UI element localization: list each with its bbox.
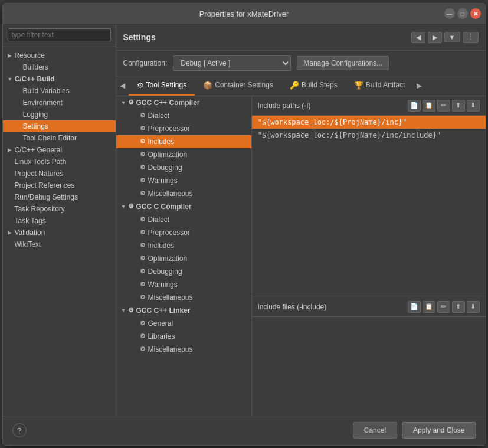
compiler-tree-item-preprocessor[interactable]: ⚙Preprocessor: [116, 122, 251, 135]
files-edit-button[interactable]: ✏: [437, 301, 450, 313]
titlebar: Properties for xMateDriver — □ ✕: [3, 4, 486, 25]
files-add-workspace-button[interactable]: 📋: [423, 301, 435, 313]
tab-next-button[interactable]: ▶: [413, 77, 425, 94]
tab-container-settings[interactable]: 📦 Container Settings: [195, 76, 281, 96]
build-artifact-icon: 🏆: [354, 81, 363, 90]
include-paths-actions: 📄 📋 ✏ ⬆ ⬇: [408, 100, 480, 112]
close-button[interactable]: ✕: [470, 8, 481, 19]
help-button[interactable]: ?: [12, 423, 27, 437]
sidebar-item-builders[interactable]: Builders: [3, 61, 116, 73]
compiler-tree-item-optimization-c[interactable]: ⚙Optimization: [116, 252, 251, 265]
include-add-workspace-button[interactable]: 📋: [423, 100, 435, 112]
ci-arrow-icon: ▼: [121, 308, 128, 313]
include-files-title: Include files (-include): [258, 303, 327, 311]
manage-configurations-button[interactable]: Manage Configurations...: [297, 56, 389, 70]
files-move-up-button[interactable]: ⬆: [452, 301, 465, 313]
sidebar-item-resource[interactable]: ▶Resource: [3, 50, 116, 61]
compiler-tree-panel: ▼⚙GCC C++ Compiler⚙Dialect⚙Preprocessor⚙…: [116, 96, 252, 416]
compiler-tree-item-preprocessor-c[interactable]: ⚙Preprocessor: [116, 226, 251, 239]
filter-input[interactable]: [8, 28, 111, 41]
cancel-button[interactable]: Cancel: [353, 422, 397, 439]
sidebar-item-logging[interactable]: Logging: [3, 109, 116, 120]
include-edit-button[interactable]: ✏: [437, 100, 450, 112]
sidebar-item-linux-tools-path[interactable]: Linux Tools Path: [3, 156, 116, 168]
sidebar-item-settings[interactable]: Settings: [3, 120, 116, 132]
sidebar-item-ccpp-build[interactable]: ▼C/C++ Build: [3, 73, 116, 85]
compiler-icon: ⚙: [140, 293, 146, 301]
tab-build-artifact-label: Build Artifact: [366, 81, 405, 89]
nav-back-button[interactable]: ◀: [411, 32, 425, 43]
nav-forward-button[interactable]: ▶: [428, 32, 442, 43]
compiler-icon: ⚙: [140, 215, 146, 223]
include-paths-header: Include paths (-I) 📄 📋 ✏ ⬆ ⬇: [252, 96, 486, 116]
compiler-tree-item-optimization-cpp[interactable]: ⚙Optimization: [116, 148, 251, 161]
compiler-tree-item-miscellaneous-linker[interactable]: ⚙Miscellaneous: [116, 343, 251, 356]
window-title: Properties for xMateDriver: [199, 9, 289, 18]
files-move-down-button[interactable]: ⬇: [467, 301, 480, 313]
right-panel: Settings ◀ ▶ ▼ ⋮ Configuration: Debug [ …: [116, 25, 486, 416]
compiler-tree-item-libraries-linker[interactable]: ⚙Libraries: [116, 330, 251, 343]
tab-build-steps[interactable]: 🔑 Build Steps: [281, 76, 346, 96]
include-files-header: Include files (-include) 📄 📋 ✏ ⬆ ⬇: [252, 297, 486, 317]
compiler-tree-item-debugging-c[interactable]: ⚙Debugging: [116, 265, 251, 278]
compiler-icon: ⚙: [140, 138, 146, 145]
compiler-icon: ⚙: [140, 267, 146, 275]
compiler-icon: ⚙: [140, 332, 146, 340]
nav-menu-button[interactable]: ⋮: [463, 32, 479, 43]
apply-close-button[interactable]: Apply and Close: [402, 422, 476, 439]
compiler-tree-item-debugging-cpp[interactable]: ⚙Debugging: [116, 161, 251, 174]
include-files-section: Include files (-include) 📄 📋 ✏ ⬆ ⬇: [252, 297, 486, 416]
sidebar-item-build-variables[interactable]: Build Variables: [3, 85, 116, 97]
include-files-actions: 📄 📋 ✏ ⬆ ⬇: [408, 301, 480, 313]
sidebar-item-toolchain-editor[interactable]: Tool Chain Editor: [3, 132, 116, 144]
compiler-tree-item-gcc-c-compiler[interactable]: ▼⚙GCC C Compiler: [116, 200, 251, 213]
include-path-item[interactable]: "${workspace_loc:/${ProjName}/inc}": [252, 116, 486, 129]
compiler-icon: ⚙: [140, 345, 146, 353]
sidebar-item-project-natures[interactable]: Project Natures: [3, 168, 116, 179]
tab-build-steps-label: Build Steps: [302, 81, 338, 89]
compiler-tree-item-dialect[interactable]: ⚙Dialect: [116, 109, 251, 122]
tab-bar: ◀ ⚙ Tool Settings 📦 Container Settings 🔑…: [116, 76, 486, 96]
compiler-tree-item-warnings-cpp[interactable]: ⚙Warnings: [116, 174, 251, 187]
settings-panel: Include paths (-I) 📄 📋 ✏ ⬆ ⬇ "${workspac…: [252, 96, 486, 416]
sidebar-item-wikitext[interactable]: WikiText: [3, 238, 116, 250]
compiler-icon: ⚙: [140, 176, 146, 184]
sidebar-item-task-repository[interactable]: Task Repository: [3, 203, 116, 215]
ci-arrow-icon: ▼: [121, 204, 128, 210]
bottom-bar: ? Cancel Apply and Close: [3, 416, 486, 445]
compiler-icon: ⚙: [128, 202, 134, 210]
compiler-tree-item-warnings-c[interactable]: ⚙Warnings: [116, 278, 251, 291]
sidebar-item-project-references[interactable]: Project References: [3, 179, 116, 191]
include-move-up-button[interactable]: ⬆: [452, 100, 465, 112]
maximize-button[interactable]: □: [457, 8, 468, 19]
compiler-tree-item-includes-c[interactable]: ⚙Includes: [116, 239, 251, 252]
sidebar-item-run-debug-settings[interactable]: Run/Debug Settings: [3, 191, 116, 203]
header-nav: ◀ ▶ ▼ ⋮: [411, 32, 479, 43]
compiler-icon: ⚙: [140, 241, 146, 249]
compiler-icon: ⚙: [140, 254, 146, 262]
sidebar-item-task-tags[interactable]: Task Tags: [3, 215, 116, 227]
sidebar-item-environment[interactable]: Environment: [3, 97, 116, 109]
compiler-tree-item-miscellaneous-c[interactable]: ⚙Miscellaneous: [116, 291, 251, 304]
minimize-button[interactable]: —: [444, 8, 455, 19]
config-select[interactable]: Debug [ Active ]: [173, 55, 291, 71]
compiler-tree-item-dialect-c[interactable]: ⚙Dialect: [116, 213, 251, 226]
sidebar-item-validation[interactable]: ▶Validation: [3, 227, 116, 238]
compiler-tree-item-miscellaneous-cpp[interactable]: ⚙Miscellaneous: [116, 187, 251, 200]
sidebar-item-ccpp-general[interactable]: ▶C/C++ General: [3, 144, 116, 156]
nav-down-button[interactable]: ▼: [444, 32, 460, 42]
tab-build-artifact[interactable]: 🏆 Build Artifact: [346, 76, 414, 96]
tool-settings-icon: ⚙: [137, 81, 144, 90]
config-label: Configuration:: [123, 59, 168, 67]
tab-prev-button[interactable]: ◀: [116, 77, 129, 94]
files-add-button[interactable]: 📄: [408, 301, 421, 313]
compiler-tree-item-general-linker[interactable]: ⚙General: [116, 317, 251, 330]
compiler-tree-item-gcc-cpp-compiler[interactable]: ▼⚙GCC C++ Compiler: [116, 96, 251, 109]
compiler-icon: ⚙: [140, 151, 146, 158]
include-path-item[interactable]: "${workspace_loc:/${ProjName}/inc/includ…: [252, 129, 486, 142]
compiler-tree-item-includes-cpp[interactable]: ⚙Includes: [116, 135, 251, 148]
tab-tool-settings[interactable]: ⚙ Tool Settings: [129, 76, 195, 96]
include-add-button[interactable]: 📄: [408, 100, 421, 112]
include-move-down-button[interactable]: ⬇: [467, 100, 480, 112]
compiler-tree-item-gcc-cpp-linker[interactable]: ▼⚙GCC C++ Linker: [116, 304, 251, 317]
